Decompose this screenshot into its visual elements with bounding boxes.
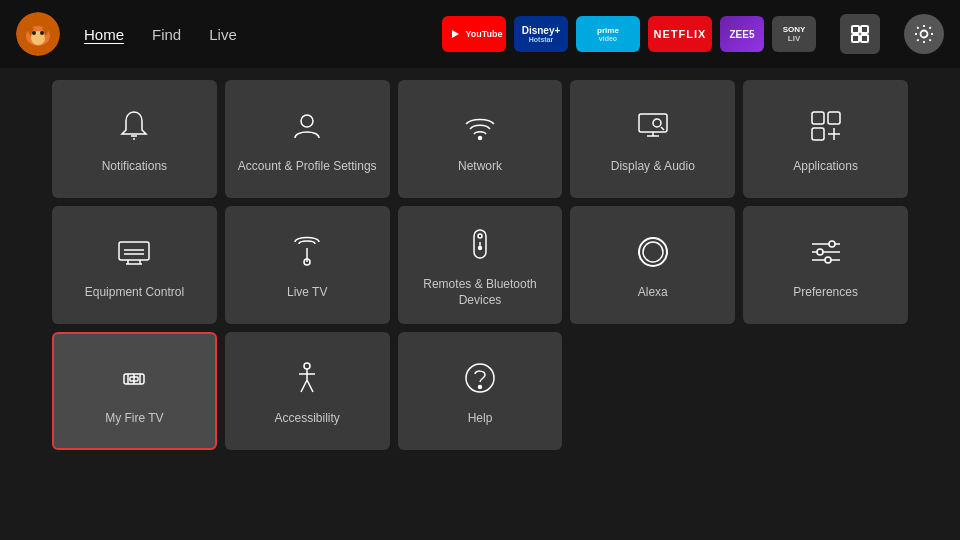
accessibility-icon xyxy=(289,360,325,401)
svg-point-38 xyxy=(478,246,481,249)
settings-main: Notifications Account & Profile Settings… xyxy=(0,68,960,540)
primevideo-app[interactable]: prime video xyxy=(576,16,640,52)
nav-apps: YouTube Disney+ Hotstar prime video NETF… xyxy=(442,16,816,52)
empty-tile-2 xyxy=(743,332,908,450)
antenna-icon xyxy=(289,234,325,275)
live-tv-label: Live TV xyxy=(287,285,327,301)
svg-rect-9 xyxy=(852,26,859,33)
settings-row-3: My Fire TV Accessibility Help xyxy=(52,332,908,450)
wifi-icon xyxy=(462,108,498,149)
svg-rect-25 xyxy=(812,128,824,140)
display-icon xyxy=(635,108,671,149)
tile-accessibility[interactable]: Accessibility xyxy=(225,332,390,450)
svg-point-44 xyxy=(829,241,835,247)
svg-point-5 xyxy=(32,31,36,35)
alexa-label: Alexa xyxy=(638,285,668,301)
disneyplus-app[interactable]: Disney+ Hotstar xyxy=(514,16,568,52)
svg-rect-23 xyxy=(812,112,824,124)
svg-point-52 xyxy=(304,363,310,369)
svg-point-40 xyxy=(643,242,663,262)
person-icon xyxy=(289,108,325,149)
settings-row-1: Notifications Account & Profile Settings… xyxy=(52,80,908,198)
nav-find[interactable]: Find xyxy=(152,26,181,43)
tile-remotes-bluetooth[interactable]: Remotes & Bluetooth Devices xyxy=(398,206,563,324)
svg-line-56 xyxy=(307,380,313,392)
tile-alexa[interactable]: Alexa xyxy=(570,206,735,324)
tile-network[interactable]: Network xyxy=(398,80,563,198)
svg-point-45 xyxy=(817,249,823,255)
help-icon xyxy=(462,360,498,401)
svg-rect-12 xyxy=(861,35,868,42)
tile-help[interactable]: Help xyxy=(398,332,563,450)
alexa-icon xyxy=(635,234,671,275)
notifications-label: Notifications xyxy=(102,159,167,175)
svg-point-36 xyxy=(478,234,482,238)
nav-links: Home Find Live xyxy=(84,26,237,43)
svg-point-21 xyxy=(653,119,661,127)
zee5-app[interactable]: ZEE5 xyxy=(720,16,764,52)
tv-icon xyxy=(116,234,152,275)
tile-my-fire-tv[interactable]: My Fire TV xyxy=(52,332,217,450)
tile-account-profile[interactable]: Account & Profile Settings xyxy=(225,80,390,198)
help-label: Help xyxy=(468,411,493,427)
preferences-label: Preferences xyxy=(793,285,858,301)
accessibility-label: Accessibility xyxy=(275,411,340,427)
tile-applications[interactable]: Applications xyxy=(743,80,908,198)
youtube-app[interactable]: YouTube xyxy=(442,16,506,52)
settings-row-2: Equipment Control Live TV Remotes & Blue… xyxy=(52,206,908,324)
svg-rect-28 xyxy=(119,242,149,260)
empty-tile-1 xyxy=(570,332,735,450)
svg-rect-10 xyxy=(861,26,868,33)
settings-button[interactable] xyxy=(904,14,944,54)
applications-label: Applications xyxy=(793,159,858,175)
svg-line-22 xyxy=(661,127,664,130)
remotes-bluetooth-label: Remotes & Bluetooth Devices xyxy=(406,277,555,308)
network-label: Network xyxy=(458,159,502,175)
svg-rect-24 xyxy=(828,112,840,124)
top-nav: Home Find Live YouTube Disney+ Hotstar p… xyxy=(0,0,960,68)
my-fire-tv-label: My Fire TV xyxy=(105,411,163,427)
nav-home[interactable]: Home xyxy=(84,26,124,43)
svg-rect-11 xyxy=(852,35,859,42)
nav-live[interactable]: Live xyxy=(209,26,237,43)
firetv-icon xyxy=(116,360,152,401)
sliders-icon xyxy=(808,234,844,275)
equipment-control-label: Equipment Control xyxy=(85,285,184,301)
tile-live-tv[interactable]: Live TV xyxy=(225,206,390,324)
svg-point-13 xyxy=(921,31,928,38)
app-logo[interactable] xyxy=(16,12,60,56)
svg-line-55 xyxy=(301,380,307,392)
svg-point-16 xyxy=(301,115,313,127)
apps-icon xyxy=(808,108,844,149)
svg-point-17 xyxy=(478,136,481,139)
display-audio-label: Display & Audio xyxy=(611,159,695,175)
tile-preferences[interactable]: Preferences xyxy=(743,206,908,324)
bell-icon xyxy=(116,108,152,149)
tile-equipment-control[interactable]: Equipment Control xyxy=(52,206,217,324)
tile-notifications[interactable]: Notifications xyxy=(52,80,217,198)
sonyliv-app[interactable]: SONY LIV xyxy=(772,16,816,52)
svg-point-46 xyxy=(825,257,831,263)
netflix-app[interactable]: NETFLIX xyxy=(648,16,712,52)
account-profile-label: Account & Profile Settings xyxy=(238,159,377,175)
svg-point-58 xyxy=(478,385,481,388)
tile-display-audio[interactable]: Display & Audio xyxy=(570,80,735,198)
svg-point-6 xyxy=(40,31,44,35)
grid-view-button[interactable] xyxy=(840,14,880,54)
remote-icon xyxy=(462,226,498,267)
